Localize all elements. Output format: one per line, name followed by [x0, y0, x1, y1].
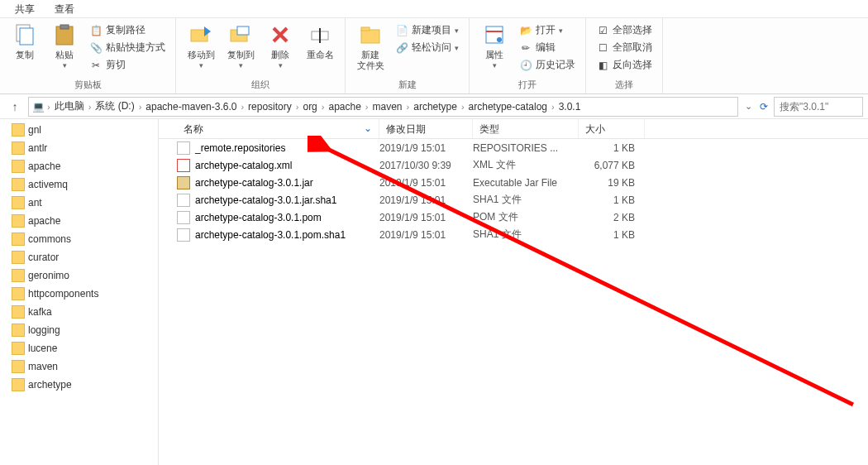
- folder-icon: [12, 251, 25, 264]
- file-date: 2019/1/9 15:01: [379, 194, 473, 206]
- file-row[interactable]: archetype-catalog-3.0.1.pom2019/1/9 15:0…: [159, 209, 868, 226]
- file-size: 2 KB: [579, 212, 645, 223]
- folder-icon: [12, 214, 25, 228]
- file-list: _remote.repositories2019/1/9 15:01REPOSI…: [159, 139, 868, 243]
- breadcrumb-item[interactable]: archetype: [412, 101, 459, 113]
- clipboard-group-label: 剪贴板: [5, 79, 170, 93]
- file-row[interactable]: archetype-catalog.xml2017/10/30 9:39XML …: [159, 156, 868, 174]
- file-size: 1 KB: [579, 194, 645, 206]
- file-row[interactable]: archetype-catalog-3.0.1.jar.sha12019/1/9…: [159, 191, 868, 209]
- file-type: REPOSITORIES ...: [473, 142, 579, 154]
- folder-icon: [12, 269, 25, 282]
- copy-to-button[interactable]: 复制到▾: [221, 20, 260, 71]
- sidebar-item[interactable]: gnl: [0, 121, 158, 139]
- breadcrumb-item[interactable]: apache: [327, 101, 362, 113]
- invert-icon: ◧: [596, 59, 609, 72]
- svg-rect-12: [361, 27, 370, 31]
- selectnone-icon: ☐: [596, 41, 609, 55]
- properties-button[interactable]: 属性▾: [475, 20, 514, 71]
- select-none-button[interactable]: ☐全部取消: [594, 39, 654, 56]
- history-button[interactable]: 🕘历史记录: [517, 56, 577, 74]
- folder-icon: [12, 123, 25, 137]
- file-row[interactable]: archetype-catalog-3.0.1.pom.sha12019/1/9…: [159, 226, 868, 243]
- sidebar-item[interactable]: curator: [0, 248, 158, 266]
- sidebar-item[interactable]: ant: [0, 194, 158, 212]
- sidebar-item[interactable]: geronimo: [0, 266, 158, 285]
- ribbon-group-clipboard: 复制 粘贴 ▾ 📋复制路径 📎粘贴快捷方式 ✂剪切 剪贴板: [0, 18, 176, 93]
- copyto-icon: [227, 22, 254, 48]
- copy-button[interactable]: 复制: [5, 20, 45, 62]
- path-icon: 📋: [89, 24, 103, 37]
- select-all-button[interactable]: ☑全部选择: [594, 22, 654, 39]
- sidebar-item[interactable]: lucene: [0, 339, 158, 357]
- invert-button[interactable]: ◧反向选择: [594, 56, 654, 74]
- file-type: Executable Jar File: [473, 177, 579, 189]
- sidebar-item[interactable]: antlr: [0, 139, 158, 157]
- properties-icon: [481, 22, 508, 48]
- new-folder-button[interactable]: 新建 文件夹: [351, 20, 390, 73]
- edit-icon: ✏: [519, 41, 532, 55]
- column-name[interactable]: 名称 ⌄: [177, 119, 379, 138]
- newitem-icon: 📄: [395, 24, 408, 37]
- sidebar-item[interactable]: apache: [0, 212, 158, 230]
- file-row[interactable]: _remote.repositories2019/1/9 15:01REPOSI…: [159, 139, 868, 156]
- breadcrumb-item[interactable]: archetype-catalog: [467, 101, 549, 113]
- sidebar-item[interactable]: httpcomponents: [0, 285, 158, 303]
- file-size: 19 KB: [579, 177, 645, 189]
- sidebar[interactable]: gnlantlrapacheactivemqantapachecommonscu…: [0, 119, 159, 465]
- file-date: 2017/10/30 9:39: [379, 160, 473, 171]
- sidebar-item[interactable]: commons: [0, 230, 158, 248]
- cut-button[interactable]: ✂剪切: [88, 56, 167, 74]
- sidebar-item-label: lucene: [28, 343, 57, 354]
- breadcrumb-item[interactable]: apache-maven-3.6.0: [144, 101, 238, 113]
- ribbon-group-new: 新建 文件夹 📄新建项目▾ 🔗轻松访问▾ 新建: [346, 18, 470, 93]
- sidebar-item-label: curator: [28, 252, 59, 263]
- paste-button[interactable]: 粘贴 ▾: [45, 20, 84, 71]
- breadcrumb-item[interactable]: repository: [246, 101, 293, 113]
- svg-rect-1: [20, 28, 33, 45]
- refresh-button[interactable]: ⟳: [756, 98, 772, 115]
- new-item-button[interactable]: 📄新建项目▾: [393, 22, 460, 39]
- tab-share[interactable]: 共享: [5, 0, 45, 17]
- sidebar-item[interactable]: maven: [0, 357, 158, 376]
- breadcrumb[interactable]: 💻 › 此电脑›系统 (D:)›apache-maven-3.6.0›repos…: [28, 97, 738, 117]
- paste-shortcut-button[interactable]: 📎粘贴快捷方式: [88, 39, 167, 56]
- sidebar-item[interactable]: activemq: [0, 175, 158, 194]
- open-icon: 📂: [519, 24, 532, 37]
- open-button[interactable]: 📂打开▾: [517, 22, 577, 39]
- move-to-button[interactable]: 移动到▾: [181, 20, 221, 71]
- breadcrumb-dropdown[interactable]: ⌄: [742, 101, 756, 112]
- copy-path-button[interactable]: 📋复制路径: [88, 22, 167, 39]
- new-group-label: 新建: [351, 79, 464, 93]
- file-name: archetype-catalog-3.0.1.jar: [195, 177, 313, 189]
- ribbon-tabs: 共享 查看: [0, 0, 868, 18]
- file-icon: [177, 141, 190, 155]
- sidebar-item[interactable]: kafka: [0, 303, 158, 321]
- svg-point-15: [497, 37, 502, 42]
- edit-button[interactable]: ✏编辑: [517, 39, 577, 56]
- breadcrumb-item[interactable]: 此电脑: [53, 99, 86, 113]
- ribbon-group-open: 属性▾ 📂打开▾ ✏编辑 🕘历史记录 打开: [470, 18, 586, 93]
- column-type[interactable]: 类型: [473, 119, 579, 138]
- rename-button[interactable]: 重命名: [300, 20, 340, 62]
- ribbon-group-organize: 移动到▾ 复制到▾ 删除▾ 重命名 组织: [176, 18, 346, 93]
- ribbon-group-select: ☑全部选择 ☐全部取消 ◧反向选择 选择: [586, 18, 663, 93]
- search-input[interactable]: [774, 97, 863, 117]
- file-row[interactable]: archetype-catalog-3.0.1.jar2019/1/9 15:0…: [159, 174, 868, 191]
- sidebar-item[interactable]: apache: [0, 157, 158, 175]
- easy-access-button[interactable]: 🔗轻松访问▾: [393, 39, 460, 56]
- easy-access-icon: 🔗: [395, 41, 408, 55]
- sidebar-item[interactable]: archetype: [0, 376, 158, 394]
- nav-up-button[interactable]: ↑: [5, 97, 25, 117]
- tab-view[interactable]: 查看: [45, 0, 84, 17]
- file-type: XML 文件: [473, 158, 579, 172]
- breadcrumb-item[interactable]: maven: [371, 101, 404, 113]
- sidebar-item[interactable]: logging: [0, 321, 158, 339]
- breadcrumb-item[interactable]: 3.0.1: [557, 101, 583, 113]
- column-size[interactable]: 大小: [579, 119, 645, 138]
- column-date[interactable]: 修改日期: [379, 119, 473, 138]
- breadcrumb-item[interactable]: org: [301, 101, 318, 113]
- file-date: 2019/1/9 15:01: [379, 142, 473, 154]
- breadcrumb-item[interactable]: 系统 (D:): [93, 99, 136, 113]
- delete-button[interactable]: 删除▾: [260, 20, 300, 71]
